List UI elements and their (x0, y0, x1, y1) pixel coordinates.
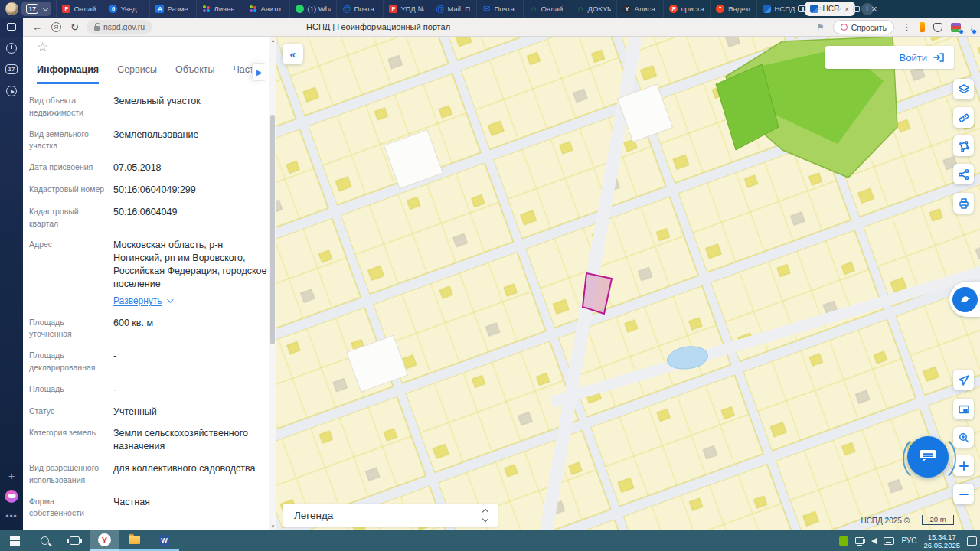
locate-icon (958, 374, 970, 386)
nspd-icon (763, 5, 771, 13)
play-icon[interactable] (6, 86, 17, 96)
browser-tab[interactable]: Личнь (196, 0, 243, 18)
browser-tab[interactable]: Яприста (663, 0, 710, 18)
browser-tab[interactable]: YАлиса (616, 0, 663, 18)
minimap-icon (958, 403, 970, 416)
attribute-row: Кадастровый квартал50:16:0604049 (29, 206, 273, 230)
attribute-value: Земли сельскохозяйственного назначения (113, 427, 273, 453)
tab-title: Mail: П (447, 5, 470, 13)
collapse-panel-button[interactable]: « (283, 44, 303, 64)
scrollbar-thumb[interactable] (270, 115, 275, 344)
attribute-label: Кадастровый номер (29, 184, 113, 197)
extension-winrar-icon[interactable] (951, 23, 961, 32)
more-icon[interactable]: ••• (5, 511, 18, 522)
browser-tab[interactable]: AРазме (149, 0, 196, 18)
attribute-row: Категория земельЗемли сельскохозяйственн… (29, 427, 273, 453)
assistant-button[interactable] (949, 282, 980, 317)
file-explorer-taskbar-button[interactable] (119, 530, 149, 551)
profile-avatar[interactable] (5, 2, 18, 15)
panel-scrollbar[interactable]: ▲ ▼ (269, 37, 276, 530)
share-icon (958, 168, 970, 181)
legend-bar[interactable]: Легенда (283, 504, 498, 527)
draw-polygon-button[interactable] (953, 135, 974, 156)
toolbar-right: ⚑ Спросить ⋮ ↓ (816, 18, 974, 37)
panel-tab-3[interactable]: Объекты (175, 64, 215, 84)
taskbar-search-button[interactable] (30, 530, 60, 551)
browser-tab[interactable]: ✉Почта (476, 0, 523, 18)
gpu-tray-icon[interactable] (839, 536, 848, 546)
minimize-icon[interactable] (835, 8, 841, 10)
zoom-out-button[interactable] (953, 484, 974, 504)
start-button[interactable] (0, 530, 30, 551)
locate-button[interactable] (953, 370, 974, 390)
panel-tab-2[interactable]: Сервисы (117, 64, 157, 84)
alice-icon[interactable] (5, 490, 18, 503)
bookmark-icon[interactable]: ⚑ (816, 22, 825, 33)
chat-button[interactable] (907, 436, 949, 478)
yandex-browser-taskbar-button[interactable]: Y (90, 530, 119, 551)
back-icon[interactable]: ← (32, 22, 42, 32)
menu-icon[interactable]: ≡ (818, 5, 823, 14)
browser-tab[interactable]: Авито (243, 0, 289, 18)
browser-tab[interactable]: PУПД № (383, 0, 430, 18)
browser-tab[interactable]: PОнлай (56, 0, 103, 18)
clock[interactable]: 15:34:17 26.05.2025 (923, 533, 960, 549)
extension-torch-icon[interactable] (920, 22, 925, 32)
map-canvas[interactable]: « Войти (276, 37, 980, 530)
tab-counter[interactable]: 17 (21, 2, 51, 16)
share-button[interactable] (953, 164, 974, 184)
browser-tab[interactable]: @Почта (336, 0, 383, 18)
browser-tab[interactable]: ⌂Онлай (523, 0, 570, 18)
attribute-row: Дата присвоения07.05.2018 (29, 161, 273, 174)
browser-side-rail: 17 + ••• (0, 37, 23, 530)
side-panel-icon[interactable] (798, 5, 806, 12)
search-area-icon (958, 432, 970, 444)
expand-collapse-icon[interactable] (483, 510, 488, 521)
word-taskbar-button[interactable]: W (149, 530, 179, 551)
downloads-icon[interactable]: ↓ (969, 23, 974, 32)
login-label: Войти (900, 52, 927, 64)
attribute-value-text: для коллективного садоводства (113, 463, 256, 474)
measure-button[interactable] (953, 107, 974, 128)
tab-title: Онлай (74, 5, 96, 13)
browser-tab[interactable]: ⌂ДОКУМ (570, 0, 616, 18)
zoom-in-button[interactable] (953, 455, 974, 476)
browser-tab[interactable]: 6Увед (103, 0, 149, 18)
address-bar[interactable]: nspd.gov.ru (87, 20, 152, 34)
expand-address-link[interactable]: Развернуть (113, 295, 172, 307)
login-bar[interactable]: Войти (825, 46, 954, 69)
restore-icon[interactable] (853, 6, 860, 12)
extension-icon[interactable] (933, 23, 942, 32)
add-icon[interactable]: + (8, 470, 15, 482)
more-options-icon[interactable]: ⋮ (903, 22, 911, 32)
minimap-button[interactable] (953, 399, 974, 419)
layers-button[interactable] (953, 79, 974, 99)
yandex-search-icon[interactable]: Я (51, 22, 61, 32)
browser-tab[interactable]: Яндекс (710, 0, 756, 18)
keyboard-icon[interactable] (884, 537, 894, 545)
tab-title: Алиса (634, 5, 655, 13)
close-window-icon[interactable]: × (871, 4, 877, 14)
favorite-star-icon[interactable]: ☆ (37, 39, 48, 55)
home-icon: ⌂ (576, 5, 584, 13)
panel-tab-1[interactable]: Информация (37, 64, 99, 84)
tab-list: PОнлай6УведAРазмеЛичньАвито(1) Wha@Почта… (56, 0, 803, 18)
browser-tab[interactable]: @Mail: П (430, 0, 476, 18)
tabs-panel-icon[interactable]: 17 (5, 64, 18, 74)
refresh-icon[interactable]: ↻ (70, 22, 79, 32)
page-title: НСПД | Геоинформационный портал (306, 22, 674, 31)
browser-tabstrip: 17 PОнлай6УведAРазмеЛичньАвито(1) Wha@По… (0, 0, 980, 18)
search-area-button[interactable] (953, 427, 974, 448)
browser-tab[interactable]: НСПД (756, 0, 803, 18)
volume-icon[interactable] (871, 538, 877, 544)
task-view-button[interactable] (60, 530, 90, 551)
print-button[interactable] (953, 193, 974, 214)
history-icon[interactable] (6, 43, 17, 54)
attribute-label: Вид разрешенного использования (29, 462, 113, 487)
language-indicator[interactable]: РУС (901, 536, 916, 545)
browser-tab[interactable]: (1) Wha (289, 0, 336, 18)
action-center-icon[interactable] (967, 536, 977, 546)
ask-button[interactable]: Спросить (833, 20, 894, 34)
sidebar-toggle[interactable] (0, 18, 23, 37)
tabs-overflow-button[interactable]: ▶ (252, 63, 266, 81)
